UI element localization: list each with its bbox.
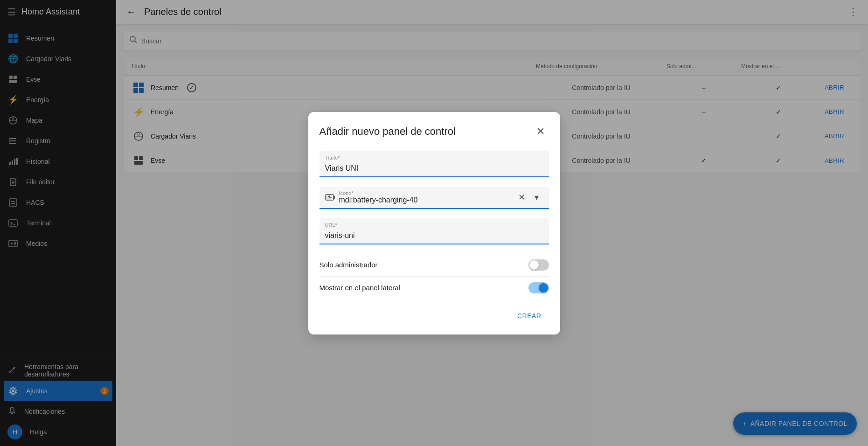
- clear-icon-button[interactable]: ✕: [515, 191, 528, 204]
- titulo-field: Título*: [319, 151, 549, 177]
- solo-admin-toggle-row: Solo administrador: [319, 254, 549, 277]
- mostrar-panel-label: Mostrar en el panel lateral: [319, 284, 400, 292]
- url-input[interactable]: [319, 218, 549, 244]
- titulo-input[interactable]: [319, 151, 549, 177]
- modal-footer: CREAR: [319, 308, 549, 323]
- svg-rect-45: [333, 196, 335, 199]
- url-label: URL*: [325, 222, 337, 228]
- icono-label: Icono*: [339, 190, 512, 196]
- toggle-thumb: [529, 260, 539, 270]
- solo-admin-toggle[interactable]: [528, 259, 549, 271]
- solo-admin-label: Solo administrador: [319, 261, 378, 269]
- toggle-track[interactable]: [528, 259, 549, 271]
- icono-value: mdi:battery-charging-40: [339, 196, 512, 204]
- mostrar-panel-toggle[interactable]: [528, 282, 549, 293]
- modal-title: Añadir nuevo panel de control: [319, 125, 456, 138]
- modal-overlay[interactable]: Añadir nuevo panel de control ✕ Título*: [0, 0, 868, 446]
- mostrar-panel-toggle-row: Mostrar en el panel lateral: [319, 277, 549, 299]
- battery-icon: [325, 192, 335, 202]
- dropdown-icon-button[interactable]: ▾: [530, 191, 543, 204]
- titulo-label: Título*: [325, 155, 340, 160]
- icon-field-content: Icono* mdi:battery-charging-40: [339, 190, 512, 204]
- add-panel-modal: Añadir nuevo panel de control ✕ Título*: [308, 112, 560, 334]
- icono-field: Icono* mdi:battery-charging-40 ✕ ▾: [319, 187, 549, 209]
- icon-field-actions: ✕ ▾: [515, 191, 543, 204]
- toggle-track-on[interactable]: [528, 282, 549, 293]
- toggle-thumb: [539, 283, 548, 293]
- url-field: URL*: [319, 218, 549, 244]
- modal-header: Añadir nuevo panel de control ✕: [319, 123, 549, 140]
- modal-close-button[interactable]: ✕: [532, 123, 549, 140]
- crear-button[interactable]: CREAR: [510, 308, 549, 323]
- icon-field-wrapper: Icono* mdi:battery-charging-40 ✕ ▾: [319, 187, 549, 209]
